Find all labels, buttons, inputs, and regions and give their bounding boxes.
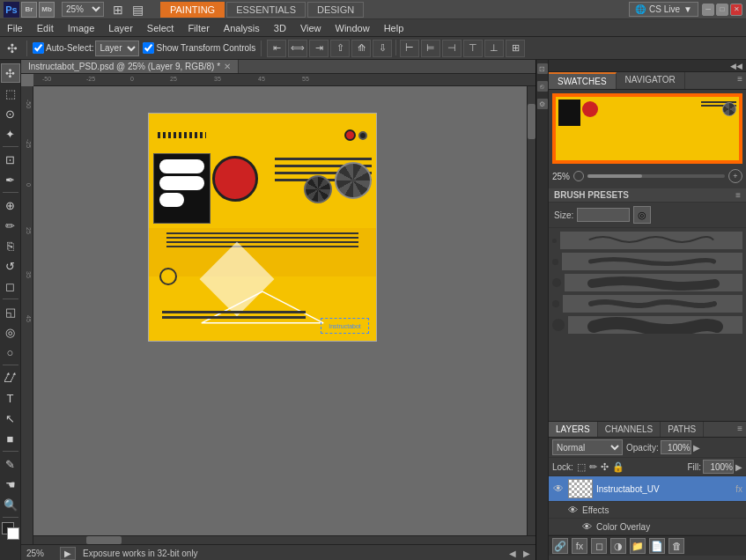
view-list-icon[interactable]: ▤: [129, 1, 146, 18]
pen-tool[interactable]: ⌰: [1, 368, 20, 387]
tab-layers[interactable]: LAYERS: [549, 422, 598, 437]
lock-all-icon[interactable]: 🔒: [612, 461, 624, 473]
auto-select-checkbox[interactable]: [33, 42, 44, 54]
tab-essentials[interactable]: ESSENTIALS: [226, 2, 306, 18]
fill-arrow[interactable]: ▶: [735, 462, 742, 472]
tab-paths[interactable]: PATHS: [661, 422, 704, 437]
lock-pixels-icon[interactable]: ⬚: [577, 461, 586, 473]
zoom-tool[interactable]: 🔍: [1, 495, 20, 514]
brush-panel-options[interactable]: ≡: [735, 190, 741, 200]
layer-fx-badge[interactable]: fx: [735, 484, 742, 494]
status-arrow-left[interactable]: ◀: [509, 549, 516, 558]
marquee-tool[interactable]: ⬚: [1, 84, 20, 103]
zoom-select[interactable]: 25% 50% 100%: [62, 2, 104, 17]
layers-panel-options[interactable]: ≡: [734, 422, 746, 437]
align-left-btn[interactable]: ⇤: [267, 40, 286, 57]
brush-item-4[interactable]: [550, 293, 744, 314]
fill-input[interactable]: [703, 460, 734, 474]
hand-tool[interactable]: ☚: [1, 475, 20, 494]
menu-3d[interactable]: 3D: [267, 21, 293, 35]
layer-link-btn[interactable]: 🔗: [552, 538, 568, 554]
menu-window[interactable]: Window: [329, 21, 377, 35]
lock-image-icon[interactable]: ✏: [589, 461, 597, 473]
view-grid-icon[interactable]: ⊞: [109, 1, 127, 18]
side-icon-1[interactable]: ⊡: [537, 63, 548, 74]
history-brush-tool[interactable]: ↺: [1, 256, 20, 276]
menu-edit[interactable]: Edit: [30, 21, 61, 35]
crop-tool[interactable]: ⊡: [1, 150, 20, 169]
opacity-input[interactable]: [661, 440, 691, 454]
new-group-btn[interactable]: 📁: [630, 538, 646, 554]
brush-size-picker-icon[interactable]: ◎: [633, 206, 651, 224]
path-selection-tool[interactable]: ↖: [1, 409, 20, 428]
menu-analysis[interactable]: Analysis: [217, 21, 267, 35]
menu-select[interactable]: Select: [140, 21, 181, 35]
brush-item-3[interactable]: [550, 272, 744, 293]
lasso-tool[interactable]: ⊙: [1, 104, 20, 123]
magic-wand-tool[interactable]: ✦: [1, 124, 20, 144]
maximize-button[interactable]: □: [716, 4, 728, 16]
layer-mask-btn[interactable]: ◻: [591, 538, 607, 554]
sub-layer-color-overlay[interactable]: 👁 Color Overlay: [549, 519, 746, 535]
clone-tool[interactable]: ⎘: [1, 236, 20, 255]
menu-help[interactable]: Help: [377, 21, 411, 35]
brush-item-1[interactable]: [550, 230, 744, 251]
align-top-btn[interactable]: ⇧: [330, 40, 350, 57]
lock-position-icon[interactable]: ✣: [601, 461, 609, 473]
side-icon-usb[interactable]: ⎋: [537, 81, 548, 92]
distribute-left-btn[interactable]: ⊢: [400, 40, 419, 57]
eraser-tool[interactable]: ◻: [1, 276, 20, 296]
canvas-viewport[interactable]: Instructabot: [33, 86, 535, 560]
show-transform-checkbox[interactable]: [143, 42, 154, 54]
delete-layer-btn[interactable]: 🗑: [668, 538, 684, 554]
tab-design[interactable]: DESIGN: [307, 2, 364, 18]
panel-options-btn[interactable]: ≡: [734, 72, 746, 89]
gradient-tool[interactable]: ◱: [1, 302, 20, 321]
zoom-slider-thumb[interactable]: [587, 174, 642, 178]
close-button[interactable]: ✕: [730, 4, 742, 16]
notes-tool[interactable]: ✎: [1, 454, 20, 474]
align-middle-btn[interactable]: ⟰: [351, 40, 371, 57]
color-fg-bg[interactable]: [2, 522, 19, 540]
move-tool[interactable]: ✣: [1, 63, 20, 83]
status-arrow-right[interactable]: ▶: [523, 549, 530, 558]
zoom-slider[interactable]: [587, 174, 725, 178]
tab-channels[interactable]: CHANNELS: [598, 422, 661, 437]
zoom-out-icon[interactable]: [573, 171, 584, 181]
status-psd-button[interactable]: ▶: [60, 547, 76, 560]
sub-layer-effects[interactable]: 👁 Effects: [549, 502, 746, 519]
tab-painting[interactable]: PAINTING: [160, 2, 225, 18]
opacity-arrow[interactable]: ▶: [693, 443, 700, 453]
shape-tool[interactable]: ■: [1, 429, 20, 448]
auto-align-btn[interactable]: ⊞: [506, 40, 525, 57]
sub-layer-eye-effects[interactable]: 👁: [566, 504, 579, 516]
align-bottom-btn[interactable]: ⇩: [373, 40, 392, 57]
minimize-button[interactable]: ─: [702, 4, 714, 16]
collapse-btn-top[interactable]: ◀◀: [730, 62, 742, 70]
blend-mode-select[interactable]: Normal Multiply Screen Overlay: [552, 439, 623, 455]
tab-navigator[interactable]: NAVIGATOR: [617, 72, 685, 89]
layer-style-btn[interactable]: fx: [572, 538, 587, 554]
distribute-center-btn[interactable]: ⊨: [421, 40, 440, 57]
healing-tool[interactable]: ⊕: [1, 195, 20, 215]
menu-file[interactable]: File: [0, 21, 30, 35]
bridge-icon[interactable]: Br: [21, 2, 37, 18]
eyedropper-tool[interactable]: ✒: [1, 170, 20, 189]
document-tab[interactable]: Instructabot_PSD.psd @ 25% (Layer 9, RGB…: [21, 60, 239, 73]
distribute-right-btn[interactable]: ⊣: [442, 40, 462, 57]
distribute-top-btn[interactable]: ⊤: [463, 40, 483, 57]
align-right-btn[interactable]: ⇥: [309, 40, 329, 57]
brush-item-5[interactable]: [550, 314, 744, 335]
dodge-tool[interactable]: ○: [1, 343, 20, 362]
menu-filter[interactable]: Filter: [181, 21, 216, 35]
blur-tool[interactable]: ◎: [1, 322, 20, 342]
nav-viewport-indicator[interactable]: [554, 95, 741, 162]
side-icon-gear[interactable]: ⚙: [537, 99, 548, 109]
brush-size-input[interactable]: [577, 208, 630, 222]
background-color[interactable]: [7, 527, 19, 540]
document-tab-close[interactable]: ✕: [224, 62, 231, 71]
mini-bridge-icon[interactable]: Mb: [39, 2, 55, 18]
artwork-canvas[interactable]: Instructabot: [148, 113, 377, 342]
layer-visibility-eye[interactable]: 👁: [552, 483, 565, 495]
align-center-btn[interactable]: ⟺: [288, 40, 307, 57]
